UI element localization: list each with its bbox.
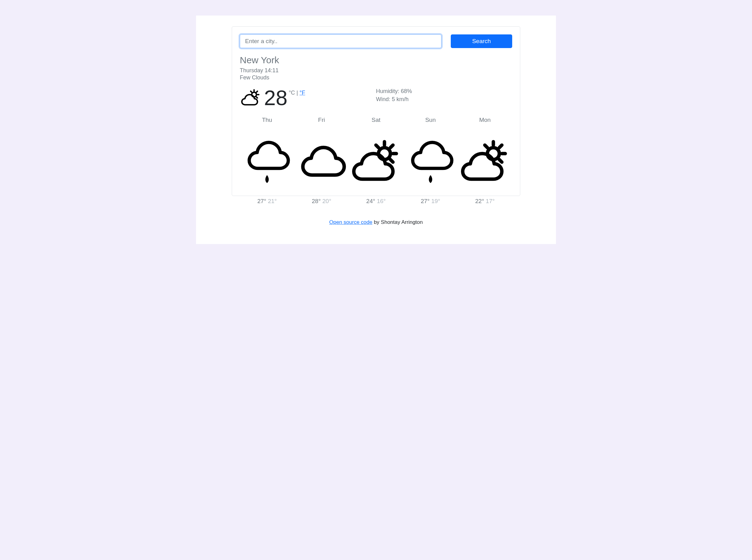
wind-label: Wind: bbox=[376, 96, 392, 102]
svg-line-4 bbox=[256, 97, 257, 98]
svg-line-10 bbox=[390, 160, 393, 162]
search-button[interactable]: Search bbox=[451, 35, 512, 48]
weather-card: Search New York Thursday 14:11 Few Cloud… bbox=[232, 26, 520, 196]
humidity-row: Humidity: 68% bbox=[376, 87, 512, 95]
wind-value: 5 km/h bbox=[392, 96, 409, 102]
cloud-icon bbox=[294, 126, 349, 198]
temp-high: 22° bbox=[475, 198, 484, 204]
forecast-temps: 27° 21° bbox=[240, 198, 294, 205]
forecast-day: Sat 24° 16° bbox=[349, 117, 403, 188]
temp-low: 16° bbox=[377, 198, 386, 204]
open-source-link[interactable]: Open source code bbox=[329, 219, 372, 225]
forecast-temps: 27° 19° bbox=[403, 198, 458, 205]
page-container: Search New York Thursday 14:11 Few Cloud… bbox=[196, 16, 556, 244]
temp-high: 28° bbox=[312, 198, 321, 204]
forecast-temps: 28° 20° bbox=[294, 198, 349, 205]
forecast-temps: 22° 17° bbox=[458, 198, 512, 205]
temp-low: 21° bbox=[268, 198, 277, 204]
temp-high: 27° bbox=[257, 198, 266, 204]
forecast-temps: 24° 16° bbox=[349, 198, 403, 205]
cloud-sun-icon bbox=[458, 126, 512, 198]
svg-line-17 bbox=[485, 145, 487, 147]
city-name: New York bbox=[240, 55, 512, 65]
forecast-day: Fri 28° 20° bbox=[294, 117, 349, 188]
temp-high: 27° bbox=[421, 198, 430, 204]
temp-low: 20° bbox=[322, 198, 331, 204]
forecast-day-label: Fri bbox=[294, 117, 349, 123]
cloud-sun-icon bbox=[240, 87, 262, 109]
unit-fahrenheit-link[interactable]: °F bbox=[300, 89, 305, 96]
forecast-day-label: Mon bbox=[458, 117, 512, 123]
search-row: Search bbox=[240, 35, 512, 48]
temp-low: 19° bbox=[431, 198, 440, 204]
temp-low: 17° bbox=[486, 198, 495, 204]
current-weather-row: 28 °C | °F Humidity: 68% Wind: 5 km/h bbox=[240, 87, 512, 109]
wind-row: Wind: 5 km/h bbox=[376, 95, 512, 103]
cloud-rain-icon bbox=[240, 126, 294, 198]
forecast-day-label: Sun bbox=[403, 117, 458, 123]
forecast-day: Thu 27° 21° bbox=[240, 117, 294, 188]
date-time: Thursday 14:11 bbox=[240, 67, 512, 75]
overview-section: New York Thursday 14:11 Few Clouds bbox=[240, 55, 512, 81]
city-search-input[interactable] bbox=[240, 35, 441, 48]
unit-celsius: °C bbox=[289, 89, 295, 96]
current-left: 28 °C | °F bbox=[240, 87, 376, 109]
svg-line-9 bbox=[390, 145, 393, 147]
temp-high: 24° bbox=[366, 198, 375, 204]
svg-line-15 bbox=[500, 145, 502, 147]
svg-line-16 bbox=[500, 160, 502, 162]
humidity-value: 68% bbox=[401, 88, 412, 94]
svg-line-11 bbox=[376, 145, 379, 147]
svg-line-3 bbox=[256, 91, 257, 92]
weather-description: Few Clouds bbox=[240, 75, 512, 81]
unit-separator: | bbox=[295, 89, 300, 96]
footer-by-text: by Shontay Arrington bbox=[372, 219, 423, 225]
forecast-day: Sun 27° 19° bbox=[403, 117, 458, 188]
forecast-row: Thu 27° 21° Fri 28° 20° Sat 24° bbox=[240, 117, 512, 188]
forecast-day: Mon 22° 17° bbox=[458, 117, 512, 188]
cloud-sun-icon bbox=[349, 126, 403, 198]
current-temperature: 28 bbox=[264, 87, 288, 108]
current-right: Humidity: 68% Wind: 5 km/h bbox=[376, 87, 512, 109]
humidity-label: Humidity: bbox=[376, 88, 401, 94]
forecast-day-label: Sat bbox=[349, 117, 403, 123]
cloud-rain-icon bbox=[403, 126, 458, 198]
svg-line-5 bbox=[251, 91, 252, 92]
unit-toggle: °C | °F bbox=[289, 89, 305, 96]
forecast-day-label: Thu bbox=[240, 117, 294, 123]
footer: Open source code by Shontay Arrington bbox=[232, 219, 520, 225]
